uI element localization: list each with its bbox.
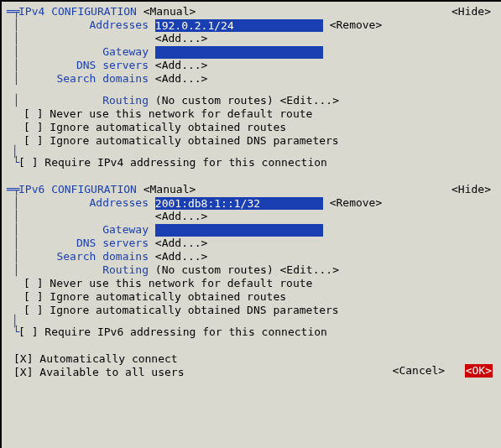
ipv6-gateway-label: Gateway [18, 223, 149, 237]
ipv6-cb-require-mark[interactable]: [ ] [18, 326, 38, 339]
ipv6-dns-label: DNS servers [18, 237, 149, 250]
ipv6-cb-never-label: Never use this network for default route [50, 277, 312, 290]
ipv4-cb-require-mark[interactable]: [ ] [18, 156, 38, 169]
ipv6-gateway-input[interactable] [155, 224, 323, 237]
ipv6-address-add[interactable]: <Add...> [155, 210, 208, 223]
ipv4-cb-never-label: Never use this network for default route [50, 107, 312, 121]
ipv6-dns-add[interactable]: <Add...> [155, 237, 208, 250]
ok-button[interactable]: <OK> [465, 364, 493, 378]
ipv6-routing-status: (No custom routes) [155, 263, 274, 277]
ipv4-gateway-label: Gateway [18, 45, 149, 59]
auto-connect-mark[interactable]: [X] [13, 352, 33, 366]
ipv4-search-add[interactable]: <Add...> [155, 72, 208, 86]
ipv6-title: IPv6 CONFIGURATION [18, 183, 137, 196]
ipv4-cb-ignore-routes-mark[interactable]: [ ] [23, 121, 43, 134]
ipv4-cb-ignore-dns-mark[interactable]: [ ] [23, 134, 43, 148]
ipv4-search-label: Search domains [18, 72, 149, 86]
cancel-button[interactable]: <Cancel> [393, 364, 446, 378]
ipv6-cb-ignore-dns-mark[interactable]: [ ] [23, 304, 43, 317]
ipv6-cb-require-label: Require IPv6 addressing for this connect… [44, 326, 327, 339]
ipv6-addresses-label: Addresses [18, 196, 149, 210]
ipv6-cb-ignore-dns-label: Ignore automatically obtained DNS parame… [50, 304, 338, 317]
ipv4-address-input[interactable]: 192.0.2.1/24 [155, 19, 323, 32]
ipv6-search-label: Search domains [18, 250, 149, 263]
ipv4-address-add[interactable]: <Add...> [155, 32, 208, 45]
ipv4-cb-never-mark[interactable]: [ ] [23, 107, 43, 121]
ipv4-dns-add[interactable]: <Add...> [155, 59, 208, 72]
ipv6-routing-edit[interactable]: <Edit...> [280, 263, 339, 277]
ipv4-address-remove[interactable]: <Remove> [330, 18, 383, 32]
ipv6-header: ═╤ IPv6 CONFIGURATION <Manual> <Hide> [7, 183, 496, 196]
ipv6-mode-select[interactable]: <Manual> [144, 183, 196, 196]
ipv6-address-remove[interactable]: <Remove> [330, 196, 383, 210]
all-users-label: Available to all users [39, 366, 184, 379]
ipv6-hide-button[interactable]: <Hide> [451, 183, 491, 196]
auto-connect-label: Automatically connect [39, 352, 177, 366]
ipv4-hide-button[interactable]: <Hide> [451, 5, 491, 18]
ipv4-dns-label: DNS servers [18, 59, 149, 72]
ipv4-addresses-label: Addresses [18, 18, 149, 32]
ipv4-mode-select[interactable]: <Manual> [144, 5, 196, 18]
ipv6-routing-label: Routing [18, 263, 149, 277]
ipv4-cb-require-label: Require IPv4 addressing for this connect… [44, 156, 327, 169]
ipv4-routing-edit[interactable]: <Edit...> [280, 94, 339, 107]
ipv6-cb-never-mark[interactable]: [ ] [23, 277, 43, 290]
ipv4-routing-label: Routing [18, 94, 149, 107]
ipv4-cb-ignore-dns-label: Ignore automatically obtained DNS parame… [50, 134, 338, 148]
ipv6-cb-ignore-routes-mark[interactable]: [ ] [23, 290, 43, 304]
ipv6-cb-ignore-routes-label: Ignore automatically obtained routes [50, 290, 286, 304]
ipv6-address-input[interactable]: 2001:db8:1::1/32 [155, 197, 323, 210]
ipv4-title: IPv4 CONFIGURATION [18, 5, 137, 18]
ipv4-routing-status: (No custom routes) [155, 94, 274, 107]
ipv4-gateway-input[interactable] [155, 46, 323, 59]
ipv4-cb-ignore-routes-label: Ignore automatically obtained routes [50, 121, 286, 134]
ipv4-header: ═╤ IPv4 CONFIGURATION <Manual> <Hide> [7, 5, 496, 18]
all-users-mark[interactable]: [X] [13, 366, 33, 379]
ipv6-search-add[interactable]: <Add...> [155, 250, 208, 263]
